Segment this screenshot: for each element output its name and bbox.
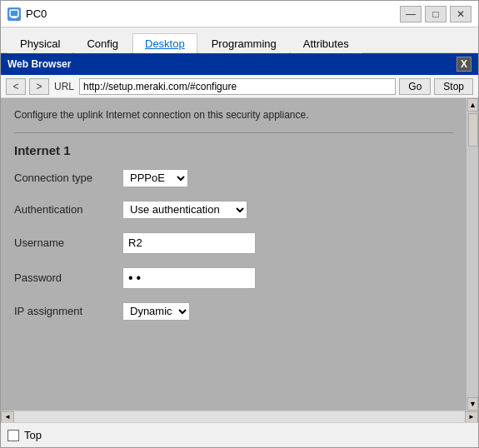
- window-close-button[interactable]: ✕: [450, 6, 472, 22]
- divider: [14, 132, 453, 133]
- connection-type-dropdown[interactable]: PPPoE DHCP Static IP: [122, 169, 188, 187]
- authentication-control: Use authentication No authentication: [122, 201, 247, 219]
- scroll-left-arrow[interactable]: ◄: [1, 411, 14, 423]
- maximize-button[interactable]: □: [425, 6, 447, 22]
- h-scrollbar-track[interactable]: [14, 411, 465, 422]
- browser-title-label: Web Browser: [7, 58, 457, 70]
- authentication-dropdown[interactable]: Use authentication No authentication: [122, 201, 247, 219]
- window-icon: [7, 7, 21, 21]
- scroll-down-arrow[interactable]: ▼: [467, 397, 478, 411]
- browser-close-button[interactable]: X: [457, 57, 472, 72]
- tab-desktop[interactable]: Desktop: [132, 33, 197, 53]
- url-bar: < > URL Go Stop: [1, 75, 478, 98]
- connection-type-label: Connection type: [14, 172, 122, 184]
- connection-type-row: Connection type PPPoE DHCP Static IP: [14, 169, 453, 187]
- content-area: Configure the uplink Internet connection…: [1, 98, 478, 411]
- password-row: Password: [14, 267, 453, 289]
- password-label: Password: [14, 271, 122, 284]
- password-input[interactable]: [122, 267, 256, 289]
- back-button[interactable]: <: [6, 78, 26, 95]
- scrollbar-thumb[interactable]: [468, 113, 478, 147]
- authentication-row: Authentication Use authentication No aut…: [14, 201, 453, 219]
- scroll-up-arrow[interactable]: ▲: [467, 98, 478, 112]
- horizontal-scrollbar[interactable]: ◄ ►: [1, 411, 478, 422]
- tab-programming[interactable]: Programming: [199, 33, 289, 53]
- title-bar: PC0 — □ ✕: [1, 1, 478, 27]
- scroll-right-arrow[interactable]: ►: [465, 411, 478, 423]
- tab-bar: Physical Config Desktop Programming Attr…: [1, 27, 478, 53]
- username-label: Username: [14, 236, 122, 249]
- browser-title-bar: Web Browser X: [1, 53, 478, 75]
- url-input[interactable]: [79, 78, 396, 95]
- connection-type-control: PPPoE DHCP Static IP: [122, 169, 188, 187]
- go-button[interactable]: Go: [399, 78, 431, 95]
- scroll-container[interactable]: Configure the uplink Internet connection…: [1, 98, 467, 411]
- section-title: Internet 1: [14, 143, 453, 157]
- tab-physical[interactable]: Physical: [7, 33, 72, 53]
- minimize-button[interactable]: —: [400, 6, 422, 22]
- form-description: Configure the uplink Internet connection…: [14, 108, 453, 122]
- scrollbar-track[interactable]: [467, 112, 478, 397]
- username-control: [122, 232, 256, 254]
- ip-assignment-row: IP assignment Dynamic Static: [14, 302, 453, 321]
- window-controls: — □ ✕: [400, 6, 472, 22]
- svg-rect-1: [12, 17, 17, 18]
- username-row: Username: [14, 232, 453, 254]
- svg-rect-0: [10, 10, 18, 17]
- main-window: PC0 — □ ✕ Physical Config Desktop Progra…: [0, 0, 479, 448]
- tab-attributes[interactable]: Attributes: [291, 33, 362, 53]
- window-title: PC0: [26, 7, 400, 20]
- ip-assignment-label: IP assignment: [14, 305, 122, 317]
- top-label: Top: [24, 429, 42, 441]
- password-control: [122, 267, 256, 289]
- stop-button[interactable]: Stop: [434, 78, 473, 95]
- vertical-scrollbar[interactable]: ▲ ▼: [467, 98, 478, 411]
- forward-button[interactable]: >: [29, 78, 49, 95]
- ip-assignment-dropdown[interactable]: Dynamic Static: [122, 302, 190, 321]
- top-checkbox[interactable]: [7, 430, 19, 441]
- tab-config[interactable]: Config: [74, 33, 131, 53]
- bottom-bar: Top: [1, 422, 478, 447]
- ip-assignment-control: Dynamic Static: [122, 302, 190, 321]
- url-label: URL: [54, 81, 74, 92]
- authentication-label: Authentication: [14, 203, 122, 216]
- username-input[interactable]: [122, 232, 256, 254]
